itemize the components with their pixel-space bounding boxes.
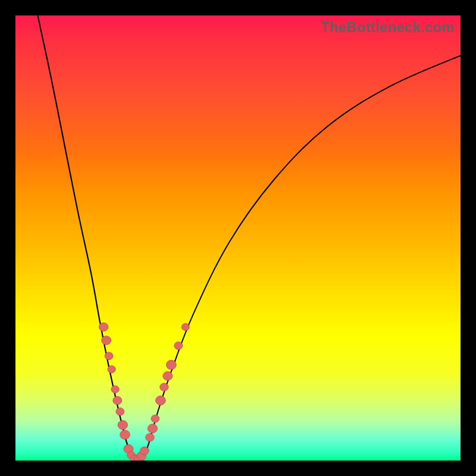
chart-frame: TheBottleneck.com [0,0,476,476]
curve-left [37,15,133,461]
curve-right [142,55,461,461]
data-point [146,433,155,441]
data-point [166,360,176,369]
data-point [120,430,130,439]
data-point [99,323,108,331]
watermark-text: TheBottleneck.com [321,19,455,36]
data-point [108,366,115,373]
data-point [116,408,124,415]
data-point [160,383,168,391]
data-point [111,386,119,393]
data-point [174,342,183,350]
data-point [148,424,157,433]
data-markers [99,323,189,461]
data-point [181,324,189,331]
data-point [113,396,122,405]
data-point [105,352,113,360]
data-point [140,447,149,455]
curve-svg [15,15,461,461]
plot-area: TheBottleneck.com [15,15,461,461]
data-point [155,396,165,405]
data-point [163,371,173,380]
data-point [118,421,127,430]
data-point [151,415,159,422]
data-point [102,336,111,345]
